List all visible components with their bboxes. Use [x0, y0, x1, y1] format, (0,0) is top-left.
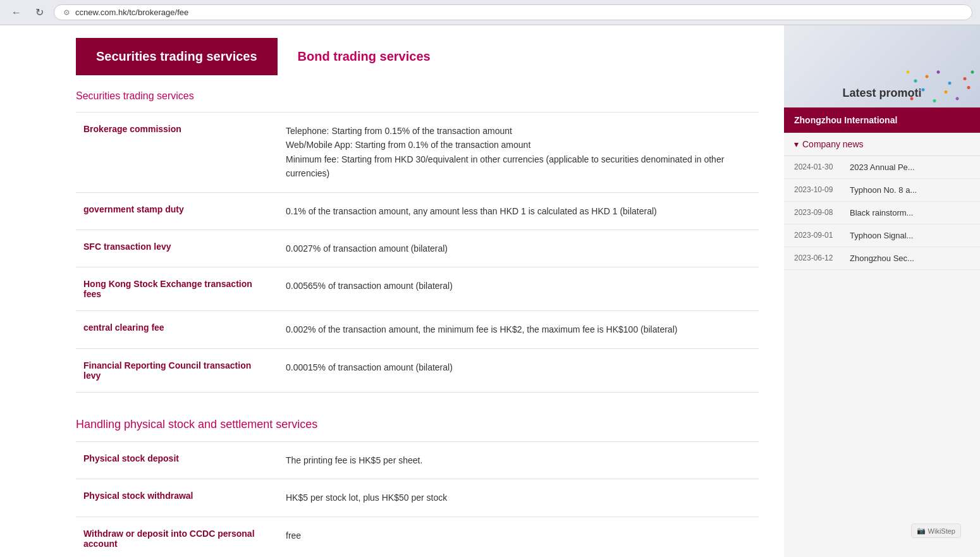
section-arrow-icon: ▾	[794, 139, 799, 149]
table-row: government stamp duty0.1% of the transac…	[76, 192, 759, 230]
news-text: Typhoon No. 8 a...	[850, 185, 917, 195]
news-date: 2023-09-08	[794, 208, 845, 217]
main-content: Securities trading services Bond trading…	[0, 25, 784, 557]
news-list: 2024-01-302023 Annual Pe...2023-10-09Typ…	[784, 156, 980, 270]
table-row: Physical stock depositThe printing fee i…	[76, 441, 759, 479]
fee-label: Brokerage commission	[76, 113, 278, 193]
table-row: central clearing fee0.002% of the transa…	[76, 311, 759, 348]
physical-section-heading: Handling physical stock and settlement s…	[76, 418, 759, 431]
news-date: 2024-01-30	[794, 162, 845, 171]
news-date: 2023-09-01	[794, 231, 845, 240]
fee-value: 0.002% of the transaction amount, the mi…	[278, 311, 759, 348]
securities-section-heading: Securities trading services	[76, 90, 759, 102]
fee-value: free	[278, 517, 759, 557]
browser-chrome: ← ↻ ⚙ ccnew.com.hk/tc/brokerage/fee	[0, 0, 980, 25]
site-info-icon: ⚙	[63, 8, 70, 17]
address-bar[interactable]: ⚙ ccnew.com.hk/tc/brokerage/fee	[54, 4, 972, 20]
fee-value: 0.0027% of transaction amount (bilateral…	[278, 230, 759, 267]
news-text: Zhongzhou Sec...	[850, 254, 914, 263]
fee-label: Hong Kong Stock Exchange transaction fee…	[76, 267, 278, 311]
fee-label: government stamp duty	[76, 192, 278, 230]
list-item[interactable]: 2023-09-08Black rainstorm...	[784, 202, 980, 224]
fee-value: 0.00015% of transaction amount (bilatera…	[278, 348, 759, 392]
table-row: Withdraw or deposit into CCDC personal a…	[76, 517, 759, 557]
list-item[interactable]: 2023-10-09Typhoon No. 8 a...	[784, 179, 980, 202]
crowd-graphic	[904, 63, 980, 107]
fee-value: HK$5 per stock lot, plus HK$50 per stock	[278, 479, 759, 517]
wikistep-badge: 📷 WikiStep	[911, 523, 961, 538]
back-button[interactable]: ←	[8, 6, 25, 20]
table-row: Physical stock withdrawalHK$5 per stock …	[76, 479, 759, 517]
fee-label: central clearing fee	[76, 311, 278, 348]
latest-promo-label: Latest promoti	[784, 87, 980, 100]
company-bar: Zhongzhou International	[784, 107, 980, 133]
news-text: Black rainstorm...	[850, 208, 913, 217]
list-item[interactable]: 2024-01-302023 Annual Pe...	[784, 156, 980, 179]
wikistep-label: WikiStep	[928, 527, 955, 535]
company-news-label: Company news	[802, 139, 864, 149]
table-row: Hong Kong Stock Exchange transaction fee…	[76, 267, 759, 311]
promo-image: Latest promoti	[784, 25, 980, 107]
page-wrapper: Securities trading services Bond trading…	[0, 25, 980, 557]
list-item[interactable]: 2023-06-12Zhongzhou Sec...	[784, 247, 980, 270]
fee-label: Physical stock deposit	[76, 441, 278, 479]
table-row: Brokerage commissionTelephone: Starting …	[76, 113, 759, 193]
refresh-button[interactable]: ↻	[32, 5, 47, 20]
company-news-section: ▾ Company news	[784, 133, 980, 156]
fee-value: 0.1% of the transaction amount, any amou…	[278, 192, 759, 230]
fee-value: Telephone: Starting from 0.15% of the tr…	[278, 113, 759, 193]
fee-label: Withdraw or deposit into CCDC personal a…	[76, 517, 278, 557]
url-text: ccnew.com.hk/tc/brokerage/fee	[75, 8, 188, 17]
table-row: Financial Reporting Council transaction …	[76, 348, 759, 392]
list-item[interactable]: 2023-09-01Typhoon Signal...	[784, 224, 980, 247]
table-row: SFC transaction levy0.0027% of transacti…	[76, 230, 759, 267]
fee-value: The printing fee is HK$5 per sheet.	[278, 441, 759, 479]
physical-fee-table: Physical stock depositThe printing fee i…	[76, 441, 759, 557]
tab-securities[interactable]: Securities trading services	[76, 38, 278, 75]
news-text: Typhoon Signal...	[850, 231, 913, 240]
news-date: 2023-10-09	[794, 185, 845, 194]
fee-label: SFC transaction levy	[76, 230, 278, 267]
sidebar: Latest promoti Zhongzhou International ▾…	[784, 25, 980, 557]
news-text: 2023 Annual Pe...	[850, 162, 915, 172]
fee-label: Financial Reporting Council transaction …	[76, 348, 278, 392]
wikistep-icon: 📷	[917, 527, 926, 535]
fee-label: Physical stock withdrawal	[76, 479, 278, 517]
tab-bar: Securities trading services Bond trading…	[76, 25, 759, 75]
news-date: 2023-06-12	[794, 254, 845, 262]
tab-bond[interactable]: Bond trading services	[278, 38, 451, 75]
fee-table: Brokerage commissionTelephone: Starting …	[76, 112, 759, 393]
fee-value: 0.00565% of transaction amount (bilatera…	[278, 267, 759, 311]
